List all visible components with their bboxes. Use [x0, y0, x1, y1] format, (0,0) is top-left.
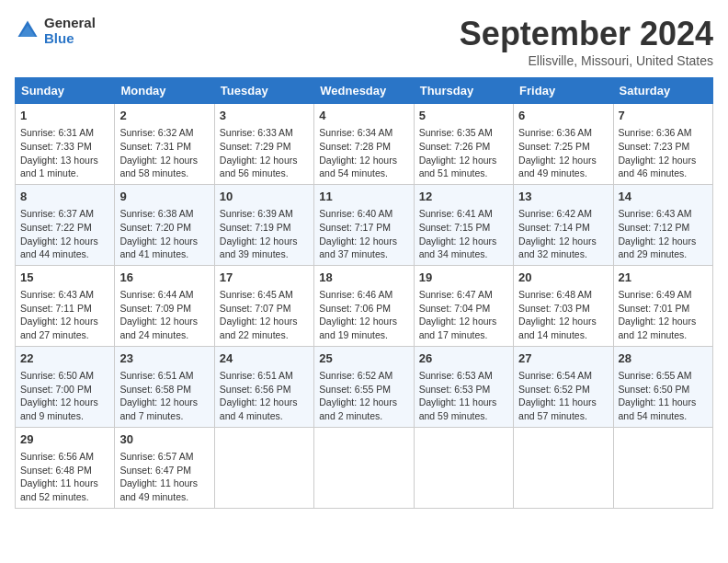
calendar-cell: 2Sunrise: 6:32 AMSunset: 7:31 PMDaylight… — [115, 104, 214, 185]
logo-text: General Blue — [44, 15, 96, 46]
day-info: Sunrise: 6:39 AM — [220, 207, 309, 221]
calendar-cell: 5Sunrise: 6:35 AMSunset: 7:26 PMDaylight… — [414, 104, 513, 185]
location: Ellisville, Missouri, United States — [460, 53, 713, 68]
day-info: Sunset: 7:23 PM — [619, 140, 708, 154]
day-info: Sunset: 6:52 PM — [518, 383, 608, 396]
day-number: 2 — [119, 108, 209, 124]
day-info: Sunset: 7:25 PM — [518, 140, 608, 154]
logo: General Blue — [15, 15, 96, 46]
day-info: Sunset: 6:47 PM — [119, 464, 209, 477]
day-info: Sunrise: 6:51 AM — [119, 369, 209, 383]
day-info: Daylight: 12 hours — [518, 315, 608, 328]
day-info: and 12 minutes. — [619, 328, 708, 342]
day-info: and 56 minutes. — [220, 167, 309, 180]
day-info: and 29 minutes. — [619, 247, 708, 261]
day-info: Sunrise: 6:36 AM — [518, 126, 608, 140]
day-number: 22 — [20, 350, 109, 367]
day-info: Sunrise: 6:43 AM — [20, 288, 109, 302]
day-number: 18 — [319, 270, 408, 286]
day-info: Sunset: 7:15 PM — [419, 221, 508, 235]
day-number: 28 — [619, 350, 708, 367]
calendar-cell — [314, 427, 414, 508]
day-info: and 1 minute. — [20, 167, 109, 180]
header-day: Friday — [514, 78, 613, 104]
calendar-cell: 26Sunrise: 6:53 AMSunset: 6:53 PMDayligh… — [414, 346, 513, 427]
day-info: Daylight: 13 hours — [20, 154, 109, 167]
day-info: Daylight: 12 hours — [220, 396, 309, 409]
day-number: 15 — [20, 270, 109, 286]
day-info: Daylight: 12 hours — [119, 315, 209, 328]
day-info: and 54 minutes. — [319, 167, 408, 180]
day-info: Sunrise: 6:51 AM — [220, 369, 309, 383]
header-day: Monday — [115, 78, 214, 104]
day-info: and 54 minutes. — [619, 409, 708, 423]
day-number: 24 — [220, 350, 309, 367]
day-info: Sunrise: 6:48 AM — [518, 288, 608, 302]
day-info: Daylight: 12 hours — [119, 235, 209, 248]
day-info: and 52 minutes. — [20, 490, 109, 504]
day-info: Sunset: 7:17 PM — [319, 221, 408, 235]
day-number: 27 — [518, 350, 608, 367]
day-number: 10 — [220, 189, 309, 205]
day-info: Daylight: 11 hours — [619, 396, 708, 409]
calendar-cell: 12Sunrise: 6:41 AMSunset: 7:15 PMDayligh… — [414, 184, 513, 265]
day-info: Sunrise: 6:36 AM — [619, 126, 708, 140]
calendar-week-row: 15Sunrise: 6:43 AMSunset: 7:11 PMDayligh… — [16, 265, 713, 346]
day-info: and 27 minutes. — [20, 328, 109, 342]
day-info: and 59 minutes. — [419, 409, 508, 423]
day-number: 19 — [419, 270, 508, 286]
day-info: Sunrise: 6:49 AM — [619, 288, 708, 302]
calendar-cell: 19Sunrise: 6:47 AMSunset: 7:04 PMDayligh… — [414, 265, 513, 346]
day-info: Daylight: 12 hours — [220, 154, 309, 167]
day-number: 1 — [20, 108, 109, 124]
day-info: Sunrise: 6:31 AM — [20, 126, 109, 140]
day-info: and 57 minutes. — [518, 409, 608, 423]
day-info: Sunset: 6:56 PM — [220, 383, 309, 396]
day-info: Daylight: 12 hours — [319, 235, 408, 248]
calendar-cell: 9Sunrise: 6:38 AMSunset: 7:20 PMDaylight… — [115, 184, 214, 265]
calendar-cell: 13Sunrise: 6:42 AMSunset: 7:14 PMDayligh… — [514, 184, 613, 265]
day-number: 3 — [220, 108, 309, 124]
day-info: Sunset: 6:53 PM — [419, 383, 508, 396]
day-number: 21 — [619, 270, 708, 286]
calendar-cell — [514, 427, 613, 508]
title-area: September 2024 Ellisville, Missouri, Uni… — [460, 15, 713, 68]
day-info: Sunset: 6:50 PM — [619, 383, 708, 396]
day-info: Sunrise: 6:50 AM — [20, 369, 109, 383]
day-info: Sunset: 7:20 PM — [119, 221, 209, 235]
calendar-week-row: 22Sunrise: 6:50 AMSunset: 7:00 PMDayligh… — [16, 346, 713, 427]
day-info: Daylight: 11 hours — [119, 477, 209, 490]
day-info: Sunset: 7:11 PM — [20, 302, 109, 316]
day-info: and 17 minutes. — [419, 328, 508, 342]
day-info: Daylight: 12 hours — [220, 235, 309, 248]
day-info: and 46 minutes. — [619, 167, 708, 180]
day-info: Sunset: 7:06 PM — [319, 302, 408, 316]
day-number: 8 — [20, 189, 109, 205]
day-info: Sunset: 7:19 PM — [220, 221, 309, 235]
day-number: 30 — [119, 431, 209, 448]
day-number: 20 — [518, 270, 608, 286]
day-info: Sunrise: 6:55 AM — [619, 369, 708, 383]
day-number: 4 — [319, 108, 408, 124]
day-info: Daylight: 12 hours — [518, 235, 608, 248]
calendar-table: SundayMondayTuesdayWednesdayThursdayFrid… — [15, 77, 713, 509]
day-number: 5 — [419, 108, 508, 124]
day-info: Daylight: 12 hours — [20, 396, 109, 409]
day-info: Sunrise: 6:45 AM — [220, 288, 309, 302]
day-number: 13 — [518, 189, 608, 205]
calendar-cell: 3Sunrise: 6:33 AMSunset: 7:29 PMDaylight… — [214, 104, 313, 185]
day-info: Daylight: 12 hours — [619, 154, 708, 167]
day-info: and 39 minutes. — [220, 247, 309, 261]
day-info: Daylight: 12 hours — [319, 315, 408, 328]
day-info: Sunrise: 6:34 AM — [319, 126, 408, 140]
day-info: Daylight: 12 hours — [419, 154, 508, 167]
day-info: and 37 minutes. — [319, 247, 408, 261]
calendar-cell: 20Sunrise: 6:48 AMSunset: 7:03 PMDayligh… — [514, 265, 613, 346]
day-info: and 49 minutes. — [119, 490, 209, 504]
calendar-cell: 21Sunrise: 6:49 AMSunset: 7:01 PMDayligh… — [613, 265, 712, 346]
day-info: Sunset: 7:28 PM — [319, 140, 408, 154]
day-info: Sunrise: 6:53 AM — [419, 369, 508, 383]
calendar-cell: 23Sunrise: 6:51 AMSunset: 6:58 PMDayligh… — [115, 346, 214, 427]
day-number: 17 — [220, 270, 309, 286]
day-info: Sunset: 7:01 PM — [619, 302, 708, 316]
